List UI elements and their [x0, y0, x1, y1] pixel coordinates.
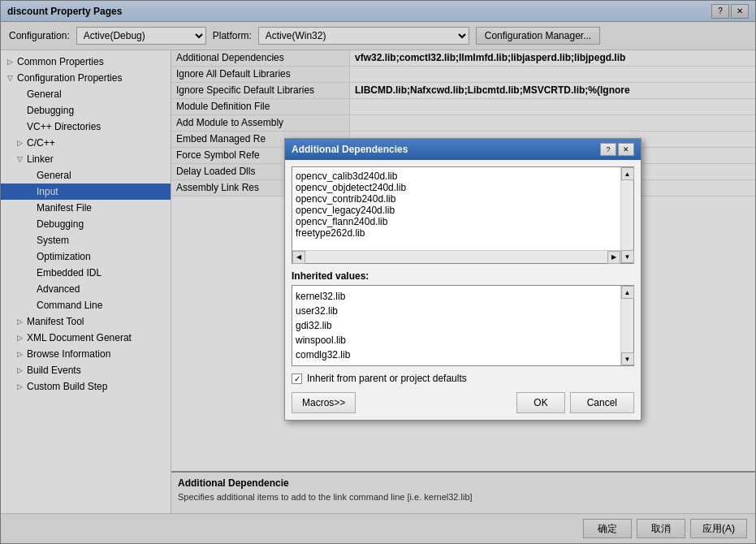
prop-value — [350, 99, 755, 114]
tree-item-label: General — [27, 89, 62, 100]
sidebar-item-general[interactable]: General — [1, 86, 171, 102]
scroll-left-arrow[interactable]: ◀ — [292, 251, 305, 264]
prop-name: Ignore All Default Libraries — [171, 67, 350, 82]
tree-item-label: Command Line — [37, 300, 102, 311]
dependencies-textarea[interactable]: opencv_calib3d240d.lib opencv_objdetect2… — [292, 167, 620, 263]
prop-row-ignore-specific: Ignore Specific Default Libraries LIBCMD… — [171, 83, 755, 99]
inherited-item: winspool.lib — [296, 333, 617, 348]
prop-name: Additional Dependencies — [171, 50, 350, 66]
prop-row-add-module: Add Module to Assembly — [171, 115, 755, 132]
modal-close-button[interactable]: ✕ — [618, 143, 634, 156]
tree-item-label: XML Document Generat — [27, 332, 132, 343]
tree-item-label: Advanced — [37, 283, 80, 295]
tree-item-label: Input — [37, 186, 58, 197]
sidebar-item-build-events[interactable]: ▷ Build Events — [1, 362, 171, 378]
sidebar-item-linker[interactable]: ▽ Linker — [1, 151, 171, 167]
toolbar: Configuration: Active(Debug) Platform: A… — [1, 22, 755, 50]
tree-item-label: Common Properties — [17, 56, 104, 67]
ok-button[interactable]: 确定 — [583, 519, 632, 538]
textarea-scrollbar-v[interactable]: ▲ ▼ — [620, 167, 633, 263]
tree-item-label: Optimization — [37, 251, 91, 262]
title-bar: discount Property Pages ? ✕ — [1, 1, 755, 22]
sidebar-item-linker-optimization[interactable]: Optimization — [1, 248, 171, 265]
tree-item-label: Embedded IDL — [37, 267, 102, 278]
inherited-list-wrap: kernel32.lib user32.lib gdi32.lib winspo… — [292, 285, 634, 366]
help-button[interactable]: ? — [711, 4, 729, 19]
prop-value: LIBCMD.lib;Nafxcwd.lib;Libcmtd.lib;MSVCR… — [350, 83, 755, 98]
inherited-scrollbar-v[interactable]: ▲ ▼ — [620, 286, 633, 365]
sidebar-item-linker-command-line[interactable]: Command Line — [1, 297, 171, 313]
platform-select[interactable]: Active(Win32) — [258, 27, 469, 45]
scroll-track[interactable] — [621, 180, 633, 250]
sidebar-item-linker-system[interactable]: System — [1, 232, 171, 248]
macros-button[interactable]: Macros>> — [292, 392, 356, 413]
tree-item-label: Configuration Properties — [17, 72, 122, 84]
tree-arrow: ▷ — [17, 382, 27, 391]
sidebar-item-configuration-properties[interactable]: ▽ Configuration Properties — [1, 70, 171, 86]
tree-item-label: Manifest Tool — [27, 316, 84, 327]
modal-content: opencv_calib3d240d.lib opencv_objdetect2… — [285, 160, 641, 420]
tree-item-label: VC++ Directories — [27, 121, 101, 132]
sidebar-item-vc-directories[interactable]: VC++ Directories — [1, 119, 171, 135]
cancel-button[interactable]: 取消 — [637, 519, 685, 538]
desc-title: Additional Dependencie — [178, 477, 749, 489]
prop-row-ignore-all: Ignore All Default Libraries — [171, 67, 755, 83]
tree-arrow: ▷ — [17, 139, 27, 147]
sidebar-item-common-properties[interactable]: ▷ Common Properties — [1, 54, 171, 70]
modal-ok-button[interactable]: OK — [516, 392, 564, 413]
tree-item-label: Build Events — [27, 365, 81, 376]
inherited-scroll-up[interactable]: ▲ — [621, 286, 634, 299]
modal-help-button[interactable]: ? — [600, 143, 616, 156]
desc-area: Additional Dependencie Specifies additio… — [171, 471, 755, 513]
sidebar-item-linker-general[interactable]: General — [1, 167, 171, 183]
inherit-checkbox-label: Inherit from parent or project defaults — [307, 373, 467, 384]
modal-button-group: Macros>> OK Cancel — [292, 392, 634, 413]
config-manager-button[interactable]: Configuration Manager... — [476, 27, 600, 45]
inherited-item: gdi32.lib — [296, 318, 617, 333]
sidebar-item-cpp[interactable]: ▷ C/C++ — [1, 135, 171, 151]
tree-panel: ▷ Common Properties ▽ Configuration Prop… — [1, 50, 171, 513]
sidebar-item-linker-debugging[interactable]: Debugging — [1, 216, 171, 232]
sidebar-item-custom-build-step[interactable]: ▷ Custom Build Step — [1, 378, 171, 395]
config-label: Configuration: — [9, 30, 70, 41]
tree-arrow: ▽ — [7, 74, 17, 82]
scroll-up-arrow[interactable]: ▲ — [621, 167, 634, 180]
close-button[interactable]: ✕ — [731, 4, 749, 19]
sidebar-item-linker-input[interactable]: Input — [1, 183, 171, 200]
tree-item-label: Linker — [27, 153, 54, 165]
inherited-item: kernel32.lib — [296, 289, 617, 304]
scroll-right-arrow[interactable]: ▶ — [607, 251, 620, 264]
inherited-scroll-track[interactable] — [621, 299, 633, 352]
inherited-label: Inherited values: — [292, 270, 634, 282]
scroll-down-arrow[interactable]: ▼ — [621, 250, 634, 263]
modal-title: Additional Dependencies — [292, 144, 408, 155]
tree-item-label: Debugging — [37, 218, 84, 230]
tree-arrow: ▷ — [17, 350, 27, 358]
apply-button[interactable]: 应用(A) — [690, 519, 747, 538]
sidebar-item-linker-embedded-idl[interactable]: Embedded IDL — [1, 265, 171, 281]
inherit-checkbox[interactable]: ✓ — [292, 373, 302, 384]
additional-dependencies-dialog: Additional Dependencies ? ✕ opencv_calib… — [284, 138, 642, 421]
sidebar-item-browse-information[interactable]: ▷ Browse Information — [1, 346, 171, 362]
modal-ok-cancel: OK Cancel — [516, 392, 634, 413]
platform-label: Platform: — [213, 30, 252, 41]
sidebar-item-manifest-tool[interactable]: ▷ Manifest Tool — [1, 313, 171, 330]
sidebar-item-xml-document[interactable]: ▷ XML Document Generat — [1, 330, 171, 346]
inherited-scroll-down[interactable]: ▼ — [621, 352, 634, 365]
prop-value — [350, 67, 755, 82]
sidebar-item-debugging[interactable]: Debugging — [1, 102, 171, 119]
inherited-item: comdlg32.lib — [296, 348, 617, 362]
sidebar-item-linker-manifest[interactable]: Manifest File — [1, 200, 171, 216]
tree-arrow: ▷ — [17, 334, 27, 342]
config-select[interactable]: Active(Debug) — [76, 27, 206, 45]
prop-value: vfw32.lib;comctl32.lib;IlmImfd.lib;libja… — [350, 50, 755, 66]
tree-arrow: ▷ — [7, 58, 17, 66]
tree-arrow: ▽ — [17, 155, 27, 163]
scroll-h-track[interactable] — [305, 251, 607, 263]
modal-cancel-button[interactable]: Cancel — [570, 392, 634, 413]
inherited-item: user32.lib — [296, 304, 617, 318]
prop-row-module-definition: Module Definition File — [171, 99, 755, 115]
sidebar-item-linker-advanced[interactable]: Advanced — [1, 281, 171, 297]
textarea-scrollbar-h[interactable]: ◀ ▶ — [292, 250, 620, 263]
tree-item-label: Manifest File — [37, 202, 92, 214]
